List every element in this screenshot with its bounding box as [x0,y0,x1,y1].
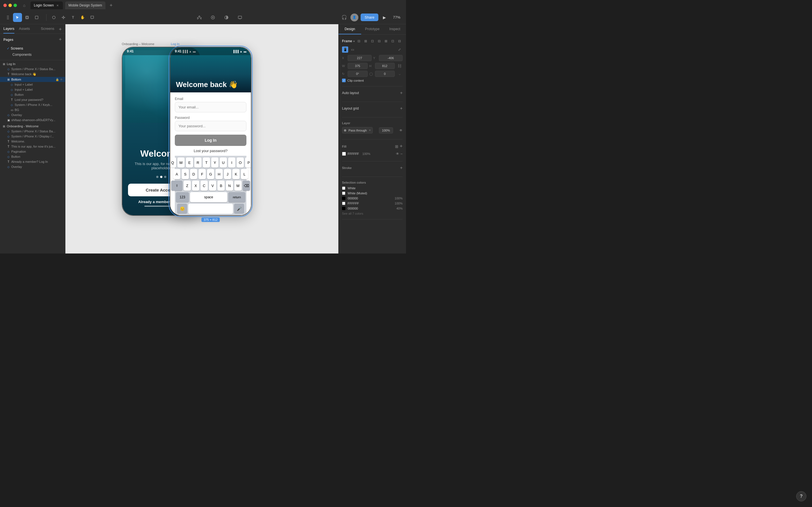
key-s[interactable]: S [182,169,189,179]
key-shift[interactable]: ⇧ [171,180,183,191]
layer-already-member[interactable]: T Already a member? Log In [0,159,65,164]
login-button[interactable]: Log In [175,135,246,146]
key-l[interactable]: L [241,169,248,179]
key-mic[interactable]: 🎤 [234,204,244,214]
black-1-swatch[interactable] [342,196,345,200]
white-swatch[interactable] [342,186,345,190]
key-delete[interactable]: ⌫ [243,180,250,191]
layer-onboarding-group[interactable]: ⊞ Onboarding - Welcome [0,124,65,129]
key-c[interactable]: C [200,180,208,191]
frame-tool[interactable] [32,13,41,22]
phone-frame-icon[interactable]: 📱 [342,47,348,53]
align-left-icon[interactable]: ⊟ [356,38,362,44]
key-g[interactable]: G [207,169,214,179]
key-j[interactable]: J [224,169,231,179]
layer-keyboard[interactable]: ◇ System / iPhone X / Keyb... [0,102,65,107]
black-2-value[interactable]: 000000 [348,207,394,210]
key-e[interactable]: E [186,158,193,168]
x-input[interactable]: 227 [348,55,371,61]
close-button[interactable] [3,4,7,7]
remove-fill-icon[interactable]: − [400,152,403,156]
select-tool[interactable] [13,13,22,22]
key-o[interactable]: O [237,158,244,168]
key-k[interactable]: K [232,169,240,179]
tab-layers[interactable]: Layers [3,26,14,34]
white-2-swatch[interactable] [342,202,345,205]
maximize-button[interactable] [13,4,17,7]
layer-welcome-text[interactable]: T Welcome. [0,139,65,144]
share-button[interactable]: Share [361,13,378,21]
resource-tool[interactable] [208,13,217,22]
share-screen-tool[interactable] [236,13,245,22]
fill-color-value[interactable]: FFFFFF [348,152,359,156]
tab-inspect[interactable]: Inspect [384,24,406,34]
white-muted-label[interactable]: White (Muted) [348,191,403,195]
layer-bottom[interactable]: ⊞ Bottom 🔒 👁 [0,77,65,82]
text-tool[interactable]: T [68,13,78,22]
tab-screens[interactable]: Screens [41,26,54,34]
key-m[interactable]: M [234,180,242,191]
avatar[interactable]: 👤 [350,13,358,21]
visibility-icon[interactable]: 👁 [60,78,63,81]
fill-color-swatch[interactable] [342,152,346,156]
layer-image[interactable]: ▣ shifaaz-shamoon-oR0uERTVy... [0,117,65,122]
page-components[interactable]: Components [3,52,62,58]
password-input[interactable] [175,121,246,131]
radius-input[interactable]: 0 [375,71,395,77]
page-screens[interactable]: ✓ Screens [3,45,62,52]
align-center-h-icon[interactable]: ⊠ [363,38,369,44]
clip-content-checkbox[interactable]: ✓ [342,78,346,82]
align-bottom-icon[interactable]: ⊡ [390,38,396,44]
see-all-colors[interactable]: See all 7 colors [342,212,403,215]
key-t[interactable]: T [203,158,210,168]
key-x[interactable]: X [192,180,199,191]
tab-mobile-design[interactable]: Mobile Design System [65,1,105,9]
layer-login-group[interactable]: ⊞ Log In [0,61,65,66]
key-v[interactable]: V [209,180,216,191]
align-center-v-icon[interactable]: ⊠ [383,38,389,44]
rotation-input[interactable]: 0° [348,71,368,77]
add-page-button[interactable]: + [59,37,62,43]
layer-input-label-2[interactable]: ◇ Input + Label [0,87,65,92]
key-z[interactable]: Z [184,180,191,191]
key-return[interactable]: return [229,192,245,202]
key-i[interactable]: I [228,158,236,168]
fill-opacity-value[interactable]: 100% [362,152,370,156]
minimize-button[interactable] [8,4,12,7]
add-screen-button[interactable]: + [59,26,62,34]
white-2-value[interactable]: FFFFFF [348,202,393,205]
add-fill-button[interactable]: + [400,144,403,149]
expand-icon[interactable]: ⤢ [396,47,403,53]
layer-lost-password[interactable]: T Lost your password? [0,97,65,102]
layer-display[interactable]: ◇ System / iPhone X / Display /... [0,134,65,139]
black-2-swatch[interactable] [342,207,345,210]
key-b[interactable]: B [217,180,225,191]
key-u[interactable]: U [220,158,227,168]
key-p[interactable]: P [245,158,251,168]
layer-overlay-2[interactable]: ◇ Overlay [0,164,65,169]
key-numbers[interactable]: 123 [176,192,189,202]
y-input[interactable]: -406 [379,55,403,61]
tab-assets[interactable]: Assets [19,26,30,34]
tab-close-icon[interactable]: ✕ [56,3,59,7]
key-h[interactable]: H [215,169,223,179]
key-y[interactable]: Y [211,158,218,168]
align-right-icon[interactable]: ⊡ [369,38,375,44]
expand-corner-icon[interactable]: ⌵ [396,71,403,77]
pen-tool[interactable] [59,13,68,22]
layer-status-bar-2[interactable]: ◇ System / iPhone X / Status Ba... [0,129,65,134]
shape-tool[interactable] [49,13,58,22]
key-w[interactable]: W [177,158,185,168]
email-input[interactable] [175,102,246,112]
layer-welcome-back[interactable]: T Welcome back 👋 [0,71,65,77]
tab-login-screen[interactable]: Login Screen ✕ [31,1,63,9]
key-emoji[interactable]: 😊 [177,204,187,214]
key-space[interactable]: space [190,192,227,202]
key-space-lg[interactable] [188,204,233,214]
tab-design[interactable]: Design [339,24,361,34]
h-input[interactable]: 812 [375,63,395,69]
add-stroke-button[interactable]: + [400,165,403,170]
component-tool[interactable] [195,13,204,22]
align-top-icon[interactable]: ⊟ [376,38,382,44]
key-r[interactable]: R [194,158,202,168]
